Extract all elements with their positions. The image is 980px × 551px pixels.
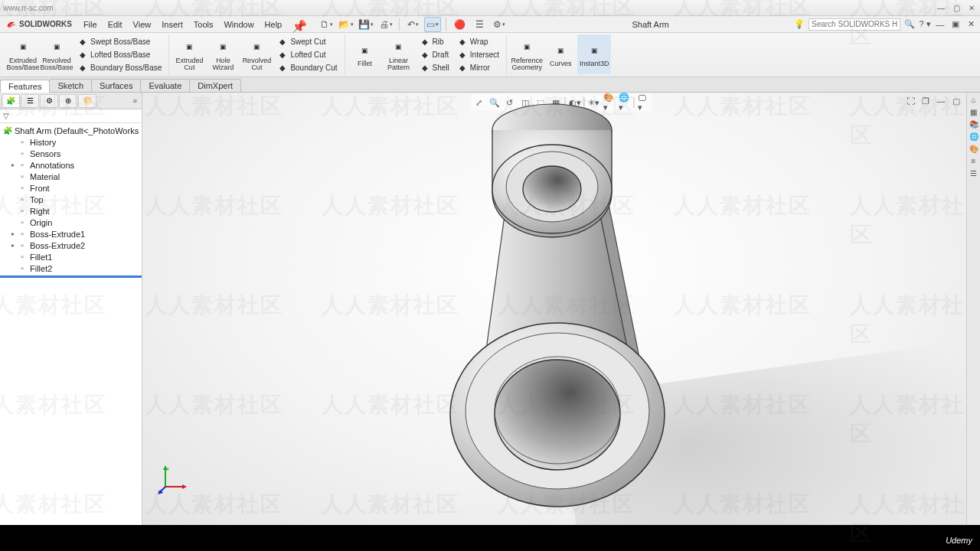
search-icon[interactable]: 🔍	[903, 18, 916, 31]
print-button[interactable]: 🖨	[377, 17, 394, 32]
extruded-boss-button[interactable]: ▣ExtrudedBoss/Base	[6, 34, 40, 74]
intersect-button[interactable]: ◆Intersect	[455, 48, 501, 61]
extruded-cut-button[interactable]: ▣ExtrudedCut	[172, 34, 206, 74]
fillet-icon: ▫	[17, 252, 28, 262]
tree-item-top[interactable]: ▫Top	[0, 194, 142, 205]
options-button[interactable]: ☰	[471, 17, 488, 32]
tree-item-origin[interactable]: ▫Origin	[0, 217, 142, 228]
help-bubble-icon[interactable]: 💡	[793, 18, 805, 31]
menu-help[interactable]: Help	[260, 18, 288, 31]
sensor-icon: ▫	[17, 148, 28, 159]
minimize-icon[interactable]: —	[936, 2, 946, 13]
tab-surfaces[interactable]: Surfaces	[91, 79, 141, 92]
settings-button[interactable]: ⚙	[491, 17, 508, 32]
tab-evaluate[interactable]: Evaluate	[140, 79, 190, 92]
config-tab[interactable]: ⚙	[40, 94, 58, 108]
resources-icon[interactable]: ▦	[969, 106, 979, 117]
vp-max-icon[interactable]: ▢	[949, 94, 963, 108]
custom-props-icon[interactable]: ☰	[969, 168, 979, 178]
swept-boss-button[interactable]: ◆Swept Boss/Base	[75, 35, 164, 48]
menu-file[interactable]: File	[78, 18, 103, 31]
tree-item-right[interactable]: ▫Right	[0, 205, 142, 217]
tab-features[interactable]: Features	[0, 80, 50, 93]
dim-tab[interactable]: ⊕	[59, 94, 77, 108]
ref-geom-button[interactable]: ▣ReferenceGeometry	[510, 34, 544, 74]
lofted-boss-button[interactable]: ◆Lofted Boss/Base	[75, 48, 164, 61]
save-button[interactable]: 💾	[358, 17, 374, 32]
pin-icon[interactable]: 📌	[292, 19, 302, 30]
tree-item-sensors[interactable]: ▫Sensors	[0, 148, 142, 159]
tab-sketch[interactable]: Sketch	[49, 79, 92, 92]
design-lib-icon[interactable]: 📚	[969, 119, 979, 129]
close-icon[interactable]: ✕	[966, 2, 977, 13]
maximize-icon[interactable]: ▢	[951, 2, 962, 13]
search-input[interactable]	[808, 18, 900, 31]
file-explorer-icon[interactable]: 🌐	[969, 131, 979, 142]
fillet-button[interactable]: ▣Fillet	[348, 34, 382, 74]
material-icon: ▫	[17, 171, 28, 182]
window-minimize-icon[interactable]: —	[934, 18, 946, 31]
extruded-boss-icon: ▣	[15, 39, 31, 56]
lofted-cut-button[interactable]: ◆Lofted Cut	[275, 48, 339, 61]
viewport-3d[interactable]: ⤢ 🔍 ↺ ◫ ⬚ ▦ ◐▾ ✳▾ 🎨▾ 🌐▾ 🖵▾ ⛶ ❐ — ▢ ✕	[142, 93, 980, 525]
menu-tools[interactable]: Tools	[188, 18, 219, 31]
appearances-icon[interactable]: ≡	[969, 155, 979, 166]
view-palette-icon[interactable]: 🎨	[969, 143, 979, 154]
tree-item-material-not-specified-[interactable]: ▫Material	[0, 171, 142, 182]
swept-cut-button[interactable]: ◆Swept Cut	[275, 35, 339, 48]
tree-item-annotations[interactable]: ▸▫Annotations	[0, 159, 142, 171]
open-button[interactable]: 📂	[338, 17, 354, 32]
rib-button[interactable]: ◆Rib	[417, 35, 452, 48]
tree-root[interactable]: 🧩Shaft Arm (Default<_PhotoWorks Dis	[0, 125, 142, 136]
property-tab[interactable]: ☰	[21, 94, 39, 108]
intersect-icon: ◆	[457, 50, 468, 60]
vp-expand-icon[interactable]: ⛶	[903, 94, 917, 108]
rollback-bar[interactable]	[0, 276, 142, 278]
tree-item-boss-extrude2[interactable]: ▸▫Boss-Extrude2	[0, 240, 142, 251]
hole-wizard-button[interactable]: ▣HoleWizard	[206, 34, 240, 74]
tree-tab[interactable]: 🧩	[2, 94, 20, 108]
curves-button[interactable]: ▣Curves	[544, 34, 577, 74]
lofted-cut-icon: ◆	[277, 50, 288, 60]
video-bottom-bar	[0, 525, 980, 551]
lofted-boss-icon: ◆	[77, 50, 88, 60]
boundary-cut-button[interactable]: ◆Boundary Cut	[275, 61, 339, 74]
instant3d-button[interactable]: ▣Instant3D	[577, 34, 611, 74]
origin-icon: ▫	[17, 217, 28, 228]
tree-item-fillet2[interactable]: ▫Fillet2	[0, 262, 142, 274]
filter-icon[interactable]: ▽	[3, 112, 9, 120]
new-button[interactable]: 🗋	[318, 17, 335, 32]
curves-icon: ▣	[552, 42, 569, 59]
mirror-button[interactable]: ◆Mirror	[455, 61, 501, 74]
rebuild-button[interactable]: 🔴	[451, 17, 468, 32]
revolved-cut-button[interactable]: ▣RevolvedCut	[240, 34, 273, 74]
vp-window-icon[interactable]: ❐	[919, 94, 933, 108]
tree-item-boss-extrude1[interactable]: ▸▫Boss-Extrude1	[0, 228, 142, 240]
vp-min-icon[interactable]: —	[934, 94, 948, 108]
tab-dimxpert[interactable]: DimXpert	[189, 79, 241, 92]
home-icon[interactable]: ⌂	[969, 94, 979, 105]
appearance-tab[interactable]: 🌕	[78, 94, 96, 108]
revolved-boss-button[interactable]: ▣RevolvedBoss/Base	[40, 34, 74, 74]
window-close-icon[interactable]: ✕	[965, 18, 977, 31]
linear-pattern-button[interactable]: ▣LinearPattern	[382, 34, 416, 74]
undo-button[interactable]: ↶	[404, 17, 421, 32]
menu-edit[interactable]: Edit	[103, 18, 128, 31]
tree-item-front[interactable]: ▫Front	[0, 182, 142, 194]
menu-view[interactable]: View	[128, 18, 157, 31]
collapse-panel-icon[interactable]: »	[129, 96, 140, 105]
help-dropdown[interactable]: ? ▾	[919, 18, 931, 31]
menu-window[interactable]: Window	[218, 18, 259, 31]
wrap-button[interactable]: ◆Wrap	[455, 35, 501, 48]
tree-item-fillet1[interactable]: ▫Fillet1	[0, 251, 142, 262]
menu-insert[interactable]: Insert	[156, 18, 188, 31]
select-button[interactable]: ▭	[424, 17, 441, 32]
task-pane: ⌂ ▦ 📚 🌐 🎨 ≡ ☰	[966, 93, 980, 525]
window-restore-icon[interactable]: ▣	[949, 18, 962, 31]
tree-item-history[interactable]: ▫History	[0, 136, 142, 148]
shell-button[interactable]: ◆Shell	[417, 61, 452, 74]
boundary-boss-button[interactable]: ◆Boundary Boss/Base	[75, 61, 164, 74]
udemy-logo: Udemy	[946, 536, 972, 545]
app-name: SOLIDWORKS	[19, 20, 72, 28]
draft-button[interactable]: ◆Draft	[417, 48, 452, 61]
